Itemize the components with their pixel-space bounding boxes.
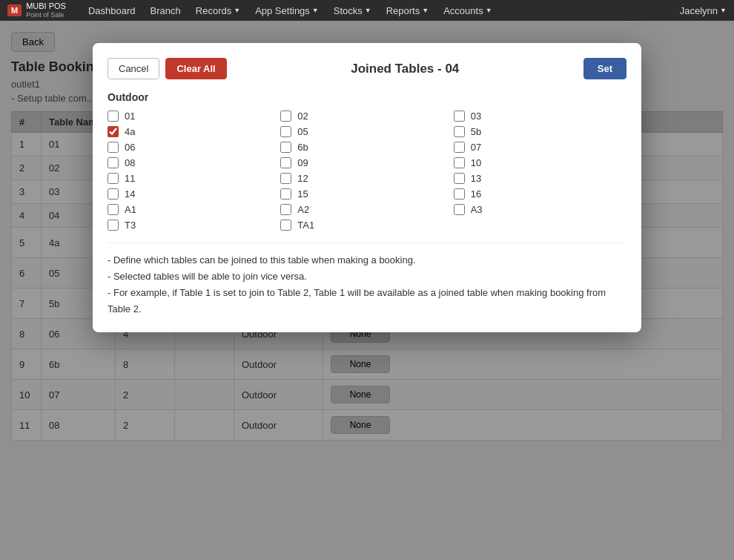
nav-user-arrow: ▼ (720, 7, 727, 14)
nav-stocks[interactable]: Stocks ▼ (334, 5, 371, 16)
cancel-button[interactable]: Cancel (108, 58, 159, 79)
checkbox-item: 6b (280, 142, 453, 153)
nav-accounts-arrow: ▼ (486, 7, 492, 14)
checkbox-label-13[interactable]: 13 (471, 173, 481, 184)
checkbox-item: 12 (280, 173, 453, 184)
checkbox-A3[interactable] (454, 204, 465, 215)
checkbox-03[interactable] (454, 111, 465, 122)
checkbox-item: 15 (280, 188, 453, 200)
main-area: Back Table Booking outlet1 - Setup table… (0, 21, 734, 560)
checkbox-6b[interactable] (280, 142, 291, 153)
checkbox-item: 13 (454, 173, 626, 184)
checkbox-label-5b[interactable]: 5b (471, 126, 481, 137)
checkbox-item: 07 (454, 142, 626, 153)
checkbox-13[interactable] (454, 173, 465, 184)
checkbox-item: A2 (280, 204, 453, 215)
checkbox-label-05[interactable]: 05 (297, 126, 308, 137)
checkbox-item: 02 (280, 111, 453, 122)
nav-branch[interactable]: Branch (151, 5, 181, 16)
checkbox-T3[interactable] (108, 220, 119, 231)
clear-all-button[interactable]: Clear All (165, 58, 226, 79)
checkbox-label-07[interactable]: 07 (471, 142, 481, 153)
checkbox-item: 10 (454, 157, 626, 168)
checkbox-4a[interactable] (108, 126, 119, 137)
set-button[interactable]: Set (583, 58, 626, 79)
checkbox-label-TA1[interactable]: TA1 (297, 220, 314, 231)
checkbox-label-14[interactable]: 14 (125, 188, 135, 200)
checkbox-07[interactable] (454, 142, 465, 153)
checkbox-label-15[interactable]: 15 (297, 188, 308, 200)
checkbox-item: 5b (454, 126, 626, 137)
checkbox-TA1[interactable] (280, 220, 291, 231)
modal-header: Cancel Clear All Joined Tables - 04 Set (108, 58, 626, 79)
checkbox-item: 08 (108, 157, 280, 168)
checkbox-label-6b[interactable]: 6b (297, 142, 308, 153)
nav-records-arrow: ▼ (234, 7, 240, 14)
checkbox-item: A3 (454, 204, 626, 215)
checkbox-05[interactable] (280, 126, 291, 137)
checkbox-12[interactable] (280, 173, 291, 184)
nav-reports-arrow: ▼ (422, 7, 429, 14)
checkbox-item: 03 (454, 111, 626, 122)
checkbox-11[interactable] (108, 173, 119, 184)
modal-info: - Define which tables can be joined to t… (108, 243, 626, 317)
info-line: - Selected tables will be able to join v… (108, 269, 626, 285)
checkbox-10[interactable] (454, 157, 465, 168)
checkbox-02[interactable] (280, 111, 291, 122)
checkbox-15[interactable] (280, 188, 291, 200)
checkbox-label-4a[interactable]: 4a (125, 126, 135, 137)
checkbox-item: 01 (108, 111, 280, 122)
checkbox-item: 05 (280, 126, 453, 137)
modal-title: Joined Tables - 04 (227, 62, 583, 76)
checkbox-label-09[interactable]: 09 (297, 157, 308, 168)
nav-records[interactable]: Records ▼ (196, 5, 240, 16)
checkbox-grid: 0102034a055b066b07080910111213141516A1A2… (108, 111, 626, 231)
checkbox-item: A1 (108, 204, 280, 215)
nav-dashboard[interactable]: Dashboard (88, 5, 136, 16)
checkbox-label-12[interactable]: 12 (297, 173, 308, 184)
checkbox-item: T3 (108, 220, 280, 231)
info-line: - Define which tables can be joined to t… (108, 252, 626, 269)
nav-app-settings[interactable]: App Settings ▼ (255, 5, 319, 16)
logo: M MUBI POS Point of Sale (7, 1, 66, 19)
checkbox-item: TA1 (280, 220, 453, 231)
checkbox-label-A2[interactable]: A2 (297, 204, 309, 215)
nav-appsettings-arrow: ▼ (312, 7, 319, 14)
checkbox-label-11[interactable]: 11 (125, 173, 135, 184)
checkbox-A1[interactable] (108, 204, 119, 215)
checkbox-item: 4a (108, 126, 280, 137)
modal-section-label: Outdoor (108, 91, 626, 103)
modal-dialog: Cancel Clear All Joined Tables - 04 Set … (93, 43, 641, 332)
checkbox-label-A1[interactable]: A1 (125, 204, 136, 215)
checkbox-14[interactable] (108, 188, 119, 200)
nav-stocks-arrow: ▼ (365, 7, 371, 14)
checkbox-label-A3[interactable]: A3 (471, 204, 483, 215)
checkbox-5b[interactable] (454, 126, 465, 137)
checkbox-label-10[interactable]: 10 (471, 157, 481, 168)
checkbox-label-08[interactable]: 08 (125, 157, 135, 168)
checkbox-item: 14 (108, 188, 280, 200)
checkbox-16[interactable] (454, 188, 465, 200)
logo-text: MUBI POS Point of Sale (26, 1, 66, 19)
checkbox-label-02[interactable]: 02 (297, 111, 308, 122)
checkbox-06[interactable] (108, 142, 119, 153)
checkbox-label-06[interactable]: 06 (125, 142, 135, 153)
nav-reports[interactable]: Reports ▼ (386, 5, 429, 16)
checkbox-A2[interactable] (280, 204, 291, 215)
checkbox-08[interactable] (108, 157, 119, 168)
modal-header-right: Set (583, 58, 626, 79)
checkbox-item: 06 (108, 142, 280, 153)
checkbox-item: 11 (108, 173, 280, 184)
checkbox-label-03[interactable]: 03 (471, 111, 481, 122)
checkbox-label-01[interactable]: 01 (125, 111, 135, 122)
nav-accounts[interactable]: Accounts ▼ (443, 5, 492, 16)
logo-box: M (7, 4, 22, 16)
checkbox-label-16[interactable]: 16 (471, 188, 481, 200)
nav-user[interactable]: Jacelynn ▼ (680, 5, 727, 16)
modal-overlay: Cancel Clear All Joined Tables - 04 Set … (0, 21, 734, 560)
info-line: - For example, if Table 1 is set to join… (108, 285, 626, 317)
checkbox-item: 09 (280, 157, 453, 168)
checkbox-01[interactable] (108, 111, 119, 122)
checkbox-09[interactable] (280, 157, 291, 168)
checkbox-label-T3[interactable]: T3 (125, 220, 136, 231)
